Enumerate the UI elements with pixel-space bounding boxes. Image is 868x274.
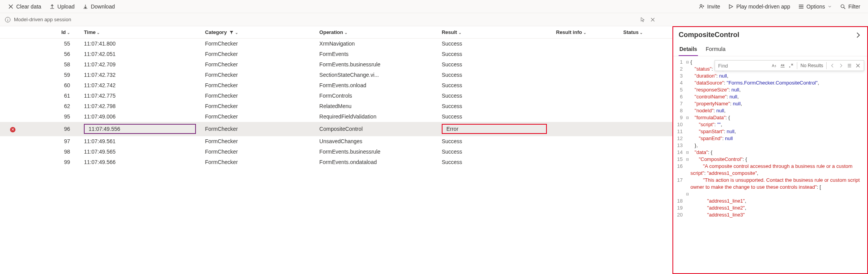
cell-id: 58 [26,59,79,70]
options-icon [798,3,804,10]
col-id[interactable]: Id⌄ [26,26,79,39]
svg-point-0 [700,4,702,6]
close-session-icon[interactable] [650,17,655,22]
cell-operation: FormEvents [315,49,437,59]
table-row[interactable]: 5611:07:42.051FormCheckerFormEventsSucce… [0,49,672,59]
info-icon [5,17,11,23]
col-operation[interactable]: Operation⌄ [315,26,437,39]
cell-category: FormChecker [201,157,315,167]
details-panel: CompositeControl Details Formula No Resu… [672,26,868,274]
invite-icon [699,3,705,10]
table-row[interactable]: 5911:07:42.732FormCheckerSectionStateCha… [0,70,672,80]
find-bar: No Results [715,60,864,71]
cell-operation: FormEvents.ondataload [315,157,437,167]
find-prev-icon[interactable] [830,63,835,68]
cell-category: FormChecker [201,122,315,136]
cell-id: 60 [26,80,79,91]
cell-id: 61 [26,91,79,101]
table-row[interactable]: 5811:07:42.709FormCheckerFormEvents.busi… [0,59,672,70]
cell-id: 55 [26,39,79,49]
cell-time: 11:07:49.556 [84,124,196,134]
cell-operation: FormEvents.businessrule [315,59,437,70]
find-close-icon[interactable] [855,63,861,68]
table-row[interactable]: ✕9611:07:49.556FormCheckerCompositeContr… [0,122,672,136]
cell-id: 98 [26,147,79,157]
svg-point-1 [841,5,844,8]
cell-operation: RelatedMenu [315,101,437,112]
upload-label: Upload [58,3,75,10]
table-row[interactable]: 6011:07:42.742FormCheckerFormEvents.onlo… [0,80,672,91]
close-icon [8,3,14,10]
error-icon: ✕ [10,127,15,132]
table-row[interactable]: 9711:07:49.561FormCheckerUnsavedChangesS… [0,136,672,147]
download-label: Download [91,3,115,10]
find-results: No Results [800,63,823,68]
json-viewer[interactable]: 1234567891011121314151617181920 ⊟⊟⊟⊟⊟ { … [673,56,867,268]
cell-category: FormChecker [201,91,315,101]
tab-formula[interactable]: Formula [705,43,726,56]
cell-operation: XrmNavigation [315,39,437,49]
svg-point-3 [790,67,790,68]
cell-id: 99 [26,157,79,167]
cell-id: 56 [26,49,79,59]
cell-id: 62 [26,101,79,112]
filter-button[interactable]: Filter [837,2,863,11]
event-grid[interactable]: Id⌄ Time⌄ Category ⌄ Operation⌄ Result⌄ … [0,26,672,274]
filter-applied-icon [229,30,234,35]
col-result[interactable]: Result⌄ [437,26,551,39]
find-next-icon[interactable] [838,63,844,68]
col-status[interactable]: Status⌄ [619,26,672,39]
cell-category: FormChecker [201,39,315,49]
filter-label: Filter [848,3,860,10]
expand-panel-icon[interactable] [854,31,862,39]
table-row[interactable]: 9911:07:49.566FormCheckerFormEvents.onda… [0,157,672,167]
cell-category: FormChecker [201,80,315,91]
col-time[interactable]: Time⌄ [79,26,200,39]
play-icon [728,3,734,10]
play-app-button[interactable]: Play model-driven app [725,2,793,11]
cell-id: 96 [26,122,79,136]
table-row[interactable]: 6211:07:42.798FormCheckerRelatedMenuSucc… [0,101,672,112]
table-row[interactable]: 5511:07:41.800FormCheckerXrmNavigationSu… [0,39,672,49]
cell-id: 59 [26,70,79,80]
cell-operation: CompositeControl [315,122,437,136]
invite-button[interactable]: Invite [696,2,723,11]
clear-data-label: Clear data [16,3,41,10]
tab-details[interactable]: Details [679,43,698,56]
cell-operation: SectionStateChange.vi... [315,70,437,80]
cell-category: FormChecker [201,70,315,80]
cell-category: FormChecker [201,112,315,122]
find-select-all-icon[interactable] [847,63,852,68]
table-row[interactable]: 6111:07:42.775FormCheckerFormControlsSuc… [0,91,672,101]
download-icon [82,3,89,10]
col-category[interactable]: Category ⌄ [201,26,315,39]
clear-data-button[interactable]: Clear data [5,2,44,11]
cursor-icon [640,17,645,22]
details-title: CompositeControl [679,31,739,39]
session-label: Model-driven app session [14,17,71,22]
whole-word-icon[interactable] [780,63,785,68]
top-toolbar: Clear data Upload Download Invite Play m… [0,0,868,13]
chevron-down-icon [827,4,832,9]
options-button[interactable]: Options [795,2,835,11]
find-input[interactable] [718,63,768,69]
details-tabs: Details Formula [673,43,867,56]
invite-label: Invite [707,3,720,10]
options-label: Options [807,3,825,10]
table-row[interactable]: 9511:07:49.006FormCheckerRequiredFieldVa… [0,112,672,122]
upload-button[interactable]: Upload [46,2,78,11]
cell-operation: FormEvents.businessrule [315,147,437,157]
cell-operation: UnsavedChanges [315,136,437,147]
cell-category: FormChecker [201,101,315,112]
cell-operation: FormEvents.onload [315,80,437,91]
regex-icon[interactable] [788,63,794,68]
grid-header-row: Id⌄ Time⌄ Category ⌄ Operation⌄ Result⌄ … [0,26,672,39]
play-app-label: Play model-driven app [736,3,790,10]
col-resultinfo[interactable]: Result info⌄ [551,26,619,39]
table-row[interactable]: 9811:07:49.565FormCheckerFormEvents.busi… [0,147,672,157]
match-case-icon[interactable] [771,63,777,68]
upload-icon [49,3,55,10]
cell-category: FormChecker [201,59,315,70]
download-button[interactable]: Download [79,2,118,11]
cell-id: 97 [26,136,79,147]
